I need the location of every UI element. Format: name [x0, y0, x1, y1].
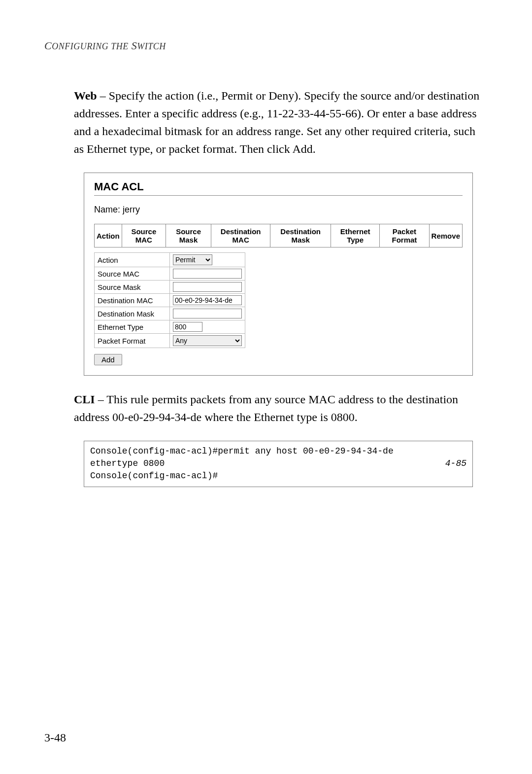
mac-acl-screenshot: MAC ACL Name: jerry Action Source MAC So… — [84, 173, 473, 376]
packet-format-label: Packet Format — [95, 334, 170, 348]
web-lead: Web — [74, 89, 97, 102]
paragraph-cli: CLI – This rule permits packets from any… — [74, 390, 483, 426]
col-source-mask: Source Mask — [166, 224, 211, 247]
eth-type-label: Ethernet Type — [95, 320, 170, 334]
action-label: Action — [95, 253, 170, 267]
paragraph-web: Web – Specify the action (i.e., Permit o… — [74, 87, 483, 158]
col-source-mac: Source MAC — [122, 224, 166, 247]
running-head: CONFIGURING THE SWITCH — [44, 39, 488, 52]
screenshot-title: MAC ACL — [94, 180, 463, 193]
col-dest-mac: Destination MAC — [211, 224, 270, 247]
source-mask-label: Source Mask — [95, 281, 170, 294]
action-select[interactable]: Permit — [173, 254, 212, 265]
web-rest: – Specify the action (i.e., Permit or De… — [74, 89, 479, 155]
eth-type-input[interactable] — [173, 322, 202, 332]
col-remove: Remove — [429, 224, 462, 247]
page-number: 3-48 — [44, 731, 66, 744]
source-mask-input[interactable] — [173, 282, 242, 292]
acl-name-label: Name: jerry — [94, 205, 463, 215]
source-mac-input[interactable] — [173, 269, 242, 279]
col-action: Action — [95, 224, 122, 247]
cli-rest: – This rule permits packets from any sou… — [74, 393, 458, 423]
cli-lead: CLI — [74, 393, 95, 406]
source-mac-label: Source MAC — [95, 267, 170, 281]
table-header-row: Action Source MAC Source Mask Destinatio… — [95, 224, 463, 247]
col-dest-mask: Destination Mask — [270, 224, 331, 247]
packet-format-select[interactable]: Any — [173, 335, 242, 346]
title-rule — [94, 195, 463, 196]
cli-page-ref: 4-85 — [445, 457, 466, 470]
cli-line1: Console(config-mac-acl)#permit any host … — [90, 446, 394, 468]
dest-mask-input[interactable] — [173, 309, 242, 318]
dest-mac-label: Destination MAC — [95, 294, 170, 307]
acl-rules-table: Action Source MAC Source Mask Destinatio… — [94, 224, 463, 247]
dest-mac-input[interactable] — [173, 295, 242, 305]
col-eth-type: Ethernet Type — [331, 224, 380, 247]
add-button[interactable]: Add — [94, 354, 122, 365]
cli-example-box: Console(config-mac-acl)#permit any host … — [84, 441, 473, 487]
dest-mask-label: Destination Mask — [95, 307, 170, 320]
running-head-text: CONFIGURING THE SWITCH — [44, 39, 166, 52]
col-packet-format: Packet Format — [380, 224, 429, 247]
acl-entry-form: Action Permit Source MAC Source Mask — [94, 252, 245, 348]
cli-line2: Console(config-mac-acl)# — [90, 470, 466, 482]
